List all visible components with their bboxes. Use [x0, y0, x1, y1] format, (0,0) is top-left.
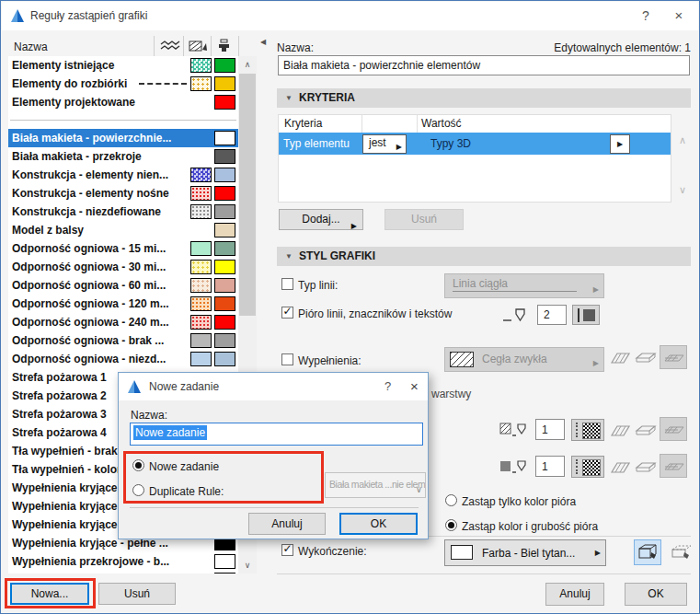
rule-list-item[interactable]: Odporność ogniowa - 15 mi...	[8, 239, 238, 258]
surface-swatch	[214, 296, 235, 311]
pattern-divider	[576, 459, 578, 474]
editable-count: Edytowalnych elementów: 1	[415, 41, 691, 54]
cut-fill-icon	[610, 350, 631, 366]
scrollbar-thumb[interactable]	[239, 74, 256, 316]
add-criteria-button[interactable]: Dodaj... ▶	[279, 209, 363, 230]
rule-name: Strefa pożarowa 1	[12, 371, 107, 384]
app-icon	[127, 379, 142, 394]
style-section-header[interactable]: ▼ STYL GRAFIKI	[277, 247, 691, 266]
fill-fg-pattern-button[interactable]	[571, 419, 604, 441]
scroll-up-icon[interactable]: ∧	[238, 56, 257, 73]
value-dropdown-button[interactable]: ▶	[610, 134, 630, 154]
surface-swatch	[214, 186, 235, 201]
rule-list-item[interactable]: Odporność ogniowa - niezd...	[8, 350, 238, 368]
rule-list-item[interactable]: Model z balsy	[8, 221, 238, 239]
modal-close-icon[interactable]: ×	[410, 378, 419, 394]
rule-list-item[interactable]: Biała makieta - powierzchnie...	[8, 129, 238, 147]
radio-pen-color-weight-label: Zastąp kolor i grubość pióra	[462, 520, 598, 533]
surface-swatch	[214, 168, 235, 182]
modal-cancel-button[interactable]: Anuluj	[248, 513, 326, 535]
help-button[interactable]: ?	[630, 2, 661, 29]
column-header-name[interactable]: Nazwa	[14, 41, 48, 53]
surface-column-icon[interactable]	[216, 39, 240, 53]
criteria-section-header[interactable]: ▼ KRYTERIA	[277, 88, 691, 108]
pen-nib-icon	[501, 306, 531, 324]
section-collapse-icon[interactable]: ▼	[285, 247, 293, 266]
new-rule-button[interactable]: Nowa...	[10, 583, 89, 605]
col-value: Wartość	[421, 117, 462, 130]
pen-checkbox[interactable]: ✓	[281, 307, 293, 319]
duplicate-source-dropdown: Biała makieta ...nie elementów ∨	[325, 472, 426, 498]
modal-ok-button[interactable]: OK	[339, 513, 418, 535]
finish-label: Wykończenie:	[298, 545, 367, 558]
graphic-override-rules-window: Reguły zastąpień grafiki ? × Nazwa ◀ Ele…	[0, 0, 700, 614]
rule-name: Odporność ogniowa - brak ...	[12, 334, 164, 347]
cover-fill-icon	[635, 423, 657, 439]
rule-name: Konstrukcja - elementy nien...	[12, 168, 168, 181]
divider	[130, 507, 419, 508]
finish-dropdown[interactable]: Farba - Biel tytan... ▶	[444, 539, 606, 566]
pen-number-input[interactable]	[537, 305, 567, 325]
surface-3d-toggle[interactable]	[634, 539, 661, 565]
rule-list-item[interactable]: Elementy projektowane	[8, 93, 238, 111]
rule-name: Wypełnienia kryjące - j	[12, 500, 131, 513]
rule-list-item[interactable]: Odporność ogniowa - 30 mi...	[8, 258, 238, 276]
fill-swatch	[190, 241, 212, 256]
rule-list-item[interactable]: Elementy do rozbiórki	[8, 75, 238, 93]
surface-swatch	[214, 223, 235, 237]
rule-list-item[interactable]: Biała makieta - przekroje	[8, 147, 238, 166]
modal-name-input[interactable]: Nowe zadanie	[130, 423, 423, 446]
pen-color-button[interactable]	[572, 305, 600, 325]
rule-name-input[interactable]: Biała makieta - powierzchnie elementów	[278, 55, 690, 75]
delete-rule-button[interactable]: Usuń	[98, 583, 176, 605]
rule-list-item[interactable]: Wypełnienia przekrojowe...	[8, 571, 238, 573]
fill-bg-pattern-button[interactable]	[571, 456, 604, 478]
fill-fg-pen-input[interactable]	[535, 419, 565, 440]
surface-section-toggle[interactable]	[669, 539, 694, 565]
criteria-row[interactable]: Typ elementu jest ▶ Typy 3D ▶	[279, 133, 671, 155]
radio-new-rule[interactable]	[132, 459, 144, 471]
rule-name: Odporność ogniowa - niezd...	[12, 353, 166, 365]
line-type-checkbox[interactable]	[281, 278, 293, 290]
ok-button[interactable]: OK	[625, 583, 687, 606]
close-icon[interactable]: ×	[663, 2, 694, 29]
rule-name: Odporność ogniowa - 240 m...	[12, 316, 169, 329]
divider	[277, 573, 691, 574]
list-separator	[10, 111, 236, 121]
finish-checkbox[interactable]: ✓	[281, 544, 293, 556]
radio-pen-color-weight[interactable]	[445, 519, 457, 531]
section-collapse-icon[interactable]: ▼	[285, 88, 293, 108]
operator-dropdown[interactable]: jest ▶	[362, 134, 407, 154]
rule-list-item[interactable]: Odporność ogniowa - brak ...	[8, 331, 238, 350]
rule-list-item[interactable]: Odporność ogniowa - 60 mi...	[8, 276, 238, 295]
fill-checkbox[interactable]	[281, 353, 293, 365]
modal-help-button[interactable]: ?	[384, 379, 391, 393]
fill-bg-pen-input[interactable]	[535, 456, 565, 477]
pen-weight-preview	[578, 308, 580, 322]
arrow-right-icon: ▶	[351, 216, 357, 236]
rule-name: Konstrukcja - niezdefiowane	[12, 205, 161, 218]
checker-swatch	[582, 423, 601, 439]
scroll-down-icon[interactable]: ∨	[238, 557, 257, 573]
rule-name: Strefa pożarowa 3	[12, 408, 107, 421]
cancel-button[interactable]: Anuluj	[545, 583, 604, 606]
fill-pattern-swatch	[450, 352, 474, 367]
surface-swatch	[214, 260, 235, 274]
rule-list-item[interactable]: Konstrukcja - elementy nien...	[8, 166, 238, 184]
criteria-scroll-up-icon[interactable]: ∧	[679, 134, 686, 146]
criteria-scroll-down-icon[interactable]: ∨	[679, 184, 686, 196]
line-type-column-icon[interactable]	[159, 39, 183, 53]
panel-collapse-icon[interactable]: ◀	[260, 38, 266, 46]
rule-list-item[interactable]: Wypełnienia przekrojowe - b...	[8, 552, 238, 571]
rule-list-item[interactable]: Konstrukcja - elementy nośne	[8, 184, 238, 203]
rule-list-item[interactable]: Konstrukcja - niezdefiowane	[8, 203, 238, 221]
rule-list-item[interactable]: Elementy istniejące	[8, 56, 238, 75]
surface-swatch	[214, 241, 235, 256]
fill-swatch	[190, 58, 212, 73]
radio-pen-color-only[interactable]	[445, 494, 457, 506]
radio-duplicate-rule[interactable]	[132, 484, 144, 496]
rule-list-item[interactable]: Odporność ogniowa - 240 m...	[8, 313, 238, 331]
fill-column-icon[interactable]	[189, 39, 212, 53]
rule-list-item[interactable]: Odporność ogniowa - 120 m...	[8, 295, 238, 313]
modal-title-bar: Nowe zadanie ? ×	[119, 373, 428, 400]
